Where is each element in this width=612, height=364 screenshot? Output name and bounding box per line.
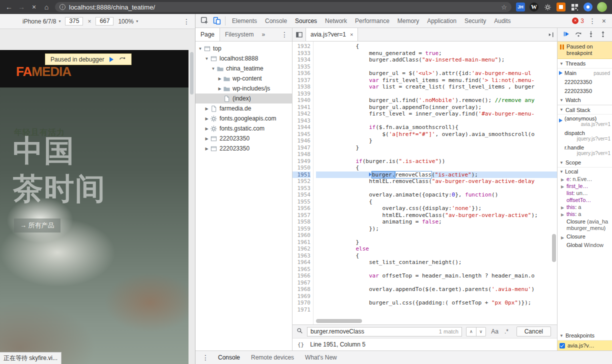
step-over-icon[interactable] xyxy=(119,55,126,64)
extension-gear-icon[interactable] xyxy=(543,2,552,12)
tree-collapse-arrow-icon[interactable]: ▶ xyxy=(204,116,210,121)
device-toolbar-toggle-icon[interactable] xyxy=(212,16,222,26)
tree-expand-arrow-icon[interactable]: ▼ xyxy=(204,56,210,61)
devtools-menu-icon[interactable]: ⋮ xyxy=(586,17,599,25)
code-line[interactable] xyxy=(316,185,557,192)
line-number[interactable]: 1971 xyxy=(292,306,310,314)
tree-collapse-arrow-icon[interactable]: ▶ xyxy=(204,136,210,141)
line-number[interactable]: 1934 xyxy=(292,56,310,64)
search-input[interactable]: burger.removeClass 1 match xyxy=(307,327,462,336)
page-scrollbar[interactable] xyxy=(190,52,194,94)
line-number[interactable]: 1957 xyxy=(292,212,310,219)
scope-var-this[interactable]: ▶this: a xyxy=(558,204,612,210)
extension-orange-icon[interactable] xyxy=(556,2,566,12)
devtools-tab-memory[interactable]: Memory xyxy=(394,14,423,28)
line-number[interactable]: 1943 xyxy=(292,118,310,124)
line-number[interactable]: 1945 xyxy=(292,131,310,138)
line-number[interactable]: 1969 xyxy=(292,293,310,300)
inspect-element-icon[interactable] xyxy=(200,16,210,26)
navigator-tab-filesystem[interactable]: Filesystem xyxy=(220,28,258,41)
match-case-toggle[interactable]: Aa xyxy=(490,328,500,335)
editor-tab-avia-js[interactable]: avia.js?ver=1 × xyxy=(306,28,358,41)
back-icon[interactable]: ← xyxy=(5,3,13,11)
tree-item-farmedia-de[interactable]: ▶farmedia.de xyxy=(196,104,292,114)
resume-script-icon[interactable] xyxy=(110,57,114,62)
navigator-tab-page[interactable]: Page xyxy=(196,28,220,41)
line-number[interactable]: 1933 xyxy=(292,50,310,57)
code-line[interactable]: else xyxy=(316,246,557,252)
line-number[interactable]: 1962 xyxy=(292,246,310,252)
devtools-tab-security[interactable]: Security xyxy=(460,14,490,28)
code-line[interactable] xyxy=(316,266,557,273)
devtools-tab-network[interactable]: Network xyxy=(321,14,351,28)
previous-match-icon[interactable]: ∧ xyxy=(466,328,476,336)
code-line[interactable]: } xyxy=(316,144,557,152)
tree-item-china-teatime[interactable]: ▼china_teatime xyxy=(196,64,292,74)
scope-var-first-le[interactable]: ▶first_le… xyxy=(558,182,612,190)
tree-item-top[interactable]: ▼top xyxy=(196,44,292,54)
devtools-tab-performance[interactable]: Performance xyxy=(351,14,394,28)
code-line[interactable] xyxy=(316,293,557,300)
scope-header[interactable]: ▼ Scope xyxy=(558,158,612,168)
line-number[interactable]: 1938 xyxy=(292,84,310,90)
breakpoints-header[interactable]: ▼ Breakpoints xyxy=(558,331,612,340)
line-number[interactable]: 1954 xyxy=(292,192,310,198)
resume-icon[interactable] xyxy=(563,30,570,38)
site-info-icon[interactable]: i xyxy=(60,4,66,10)
code-line[interactable]: } xyxy=(316,138,557,144)
line-number[interactable]: 1950 xyxy=(292,164,310,172)
regex-toggle[interactable]: .* xyxy=(504,328,510,335)
zoom-select[interactable]: 100%▾ xyxy=(118,18,138,25)
line-number[interactable]: 1963 xyxy=(292,252,310,260)
thread-main[interactable]: Mainpaused xyxy=(558,68,612,78)
code-line[interactable]: overlay.appendTo($(e.target).parents('.a… xyxy=(316,286,557,293)
line-number[interactable]: 1970 xyxy=(292,300,310,306)
stop-icon[interactable]: × xyxy=(30,3,38,11)
extension-blue-circle-icon[interactable] xyxy=(584,2,592,12)
step-over-icon[interactable] xyxy=(575,30,582,38)
cancel-button[interactable]: Cancel xyxy=(516,326,551,336)
drawer-tab-remote-devices[interactable]: Remote devices xyxy=(246,351,300,364)
scope-section-closure[interactable]: ▶Closure xyxy=(558,232,612,241)
drawer-tab-console[interactable]: Console xyxy=(212,351,246,364)
url-bar[interactable]: i localhost:8888/china_teatime/ ☆ xyxy=(55,2,512,12)
tree-collapse-arrow-icon[interactable]: ▶ xyxy=(204,126,210,131)
code-line[interactable]: $('a[href*="#"]', overlay).avia_smoothsc… xyxy=(316,131,557,138)
line-number[interactable]: 1940 xyxy=(292,97,310,104)
line-number[interactable]: 1959 xyxy=(292,226,310,232)
line-number[interactable]: 1955 xyxy=(292,198,310,206)
stack-frame-r-handle[interactable]: r.handlejquery.js?ver=1 xyxy=(558,144,612,158)
all-products-button[interactable]: → 所有产品 xyxy=(14,218,60,232)
close-tab-icon[interactable]: × xyxy=(350,32,353,38)
devtools-tab-audits[interactable]: Audits xyxy=(490,14,514,28)
show-sidebar-icon[interactable] xyxy=(544,31,557,38)
profile-avatar[interactable] xyxy=(597,2,607,12)
thread-222023350[interactable]: 222023350 xyxy=(558,78,612,86)
code-editor[interactable]: 1932193319341935193619371938193919401941… xyxy=(292,42,557,324)
code-line[interactable]: { xyxy=(316,43,557,50)
devtools-tab-application[interactable]: Application xyxy=(423,14,460,28)
code-line[interactable]: htmlEL.removeClass("av-burger-overlay-ac… xyxy=(316,178,557,185)
code-line[interactable]: { xyxy=(316,198,557,206)
line-number-gutter[interactable]: 1932193319341935193619371938193919401941… xyxy=(292,42,314,324)
extension-jh-icon[interactable]: JH xyxy=(516,2,525,12)
tree-collapse-arrow-icon[interactable]: ▶ xyxy=(217,86,222,91)
code-line[interactable]: burger_ul = $('<ul>').attr({id:'av-burge… xyxy=(316,70,557,77)
code-line[interactable]: overlay.css({display:'none'}); xyxy=(316,205,557,212)
next-match-icon[interactable]: ∨ xyxy=(476,328,486,336)
home-icon[interactable]: ⌂ xyxy=(42,3,50,11)
code-line[interactable]: htmlEL.removeClass("av-burger-overlay-ac… xyxy=(316,212,557,219)
code-line[interactable] xyxy=(316,118,557,124)
code-line[interactable]: burger_ul.find('.noMobile').remove(); //… xyxy=(316,97,557,104)
step-into-icon[interactable] xyxy=(588,30,594,38)
code-line[interactable]: overlay.animate({opacity:0}, function() xyxy=(316,192,557,198)
pretty-print-icon[interactable]: {} xyxy=(298,342,304,348)
threads-header[interactable]: ▼ Threads xyxy=(558,59,612,68)
error-badge[interactable]: ×3 xyxy=(570,18,586,24)
tree-item-wp-includes-js[interactable]: ▶wp-includes/js xyxy=(196,84,292,94)
code-line[interactable]: if($.fn.avia_smoothscroll){ xyxy=(316,124,557,131)
scope-section-closure[interactable]: Closure (avia_hamburger_menu) xyxy=(558,218,612,232)
code-line[interactable]: burger.addClass("av-inserted-main-menu")… xyxy=(316,56,557,64)
code-line[interactable]: } xyxy=(316,239,557,246)
tree-item-fonts-googleapis-com[interactable]: ▶fonts.googleapis.com xyxy=(196,114,292,124)
